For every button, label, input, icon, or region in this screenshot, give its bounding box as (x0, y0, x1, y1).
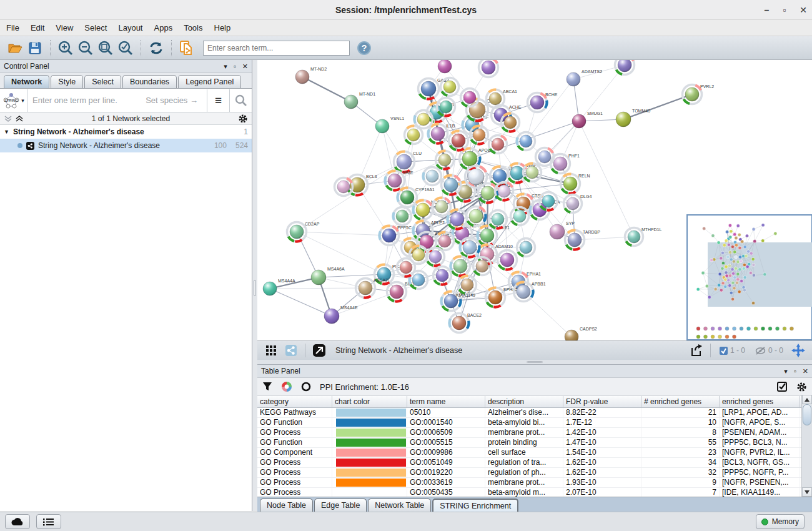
node[interactable] (460, 238, 480, 257)
node[interactable] (473, 257, 492, 275)
node[interactable] (438, 60, 452, 73)
network-canvas[interactable]: MT-ND2MT-ND1VSNL1GAB2IRS1IL1BTNFCHATABCA… (257, 60, 812, 340)
node[interactable] (523, 164, 542, 182)
cloud-button[interactable] (5, 514, 30, 529)
table-row[interactable]: GO ComponentGO:0009986cell surface1.54E-… (257, 448, 812, 458)
string-options-icon[interactable]: ≡ (207, 89, 229, 112)
network-tree-row[interactable]: ▼String Network - Alzheimer's disease1 (0, 125, 252, 139)
table-row[interactable]: GO ProcessGO:0019220regulation of ph...1… (257, 468, 812, 478)
column-header-chart-color[interactable]: chart color (332, 396, 407, 407)
node[interactable] (540, 192, 558, 211)
save-session-button[interactable] (25, 39, 45, 57)
node[interactable] (470, 126, 488, 144)
task-list-button[interactable] (36, 514, 61, 529)
node-reln[interactable]: RELN (561, 174, 590, 194)
open-session-button[interactable] (5, 39, 25, 57)
node[interactable] (489, 136, 507, 154)
table-row[interactable]: KEGG Pathways05010Alzheimer's dise...8.8… (257, 408, 812, 418)
node[interactable] (451, 257, 470, 276)
panel-float-icon[interactable]: ▫ (234, 62, 236, 70)
node[interactable] (615, 60, 635, 75)
tab-string-enrichment[interactable]: STRING Enrichment (432, 499, 518, 512)
search-input[interactable] (203, 41, 350, 56)
node[interactable] (489, 211, 507, 229)
refresh-icon[interactable] (146, 39, 166, 57)
menu-edit[interactable]: Edit (31, 23, 44, 32)
node-tomm40[interactable]: TOMM40 (616, 109, 650, 127)
enrichment-chart-icon[interactable] (281, 381, 292, 392)
node[interactable] (536, 148, 554, 166)
tab-style[interactable]: Style (51, 75, 83, 88)
menu-file[interactable]: File (6, 23, 19, 32)
pan-compass-icon[interactable] (788, 341, 808, 360)
node[interactable] (467, 207, 486, 226)
network-tree-row[interactable]: String Network - Alzheimer's disease1005… (0, 139, 252, 152)
zoom-in-icon[interactable] (56, 39, 76, 57)
column-header-term-name[interactable]: term name (407, 396, 485, 407)
node[interactable] (397, 259, 415, 277)
node-cadps2[interactable]: CADPS2 (565, 327, 597, 340)
node-vsnl1[interactable]: VSNL1 (375, 116, 404, 133)
zoom-out-icon[interactable] (76, 39, 96, 57)
node[interactable] (433, 267, 452, 285)
node[interactable] (495, 182, 513, 201)
node[interactable] (415, 111, 433, 129)
node-phf1[interactable]: PHF1 (551, 154, 580, 174)
node[interactable] (442, 176, 461, 195)
node-tardbp[interactable]: TARDBP (565, 230, 601, 250)
tab-edge-table[interactable]: Edge Table (314, 499, 367, 512)
select-columns-icon[interactable] (777, 382, 788, 392)
string-term-input[interactable]: Enter one term per line. (27, 96, 146, 105)
menu-layout[interactable]: Layout (118, 23, 142, 32)
table-row[interactable]: GO FunctionGO:0001540beta-amyloid bi...1… (257, 418, 812, 428)
table-row[interactable]: GO FunctionGO:0005515protein binding1.47… (257, 438, 812, 448)
close-button[interactable]: ✕ (800, 5, 807, 15)
panel-close-icon[interactable]: ✕ (242, 62, 248, 71)
vertical-splitter[interactable] (252, 60, 257, 511)
collapse-all-icon[interactable] (4, 115, 12, 122)
zoom-fit-icon[interactable] (96, 39, 116, 57)
menu-view[interactable]: View (56, 23, 73, 32)
node-pvrl2[interactable]: PVRL2 (683, 84, 715, 104)
column-header-description[interactable]: description (485, 396, 563, 407)
node[interactable] (498, 251, 517, 270)
gear-icon[interactable] (796, 382, 807, 392)
tab-network[interactable]: Network (4, 75, 49, 88)
filter-icon[interactable] (262, 382, 272, 392)
column-header-fdr-p-value[interactable]: FDR p-value (563, 396, 641, 407)
node[interactable] (441, 78, 459, 96)
node[interactable] (423, 167, 442, 186)
column-header-category[interactable]: category (257, 396, 332, 407)
node[interactable] (433, 198, 451, 216)
node[interactable] (448, 210, 467, 229)
string-search-icon[interactable] (229, 89, 252, 112)
table-row[interactable]: GO ProcessGO:0033619membrane prot...1.93… (257, 478, 812, 488)
node-abca7[interactable]: ABCA7 (356, 278, 389, 298)
node-adamts2[interactable]: ADAMTS2 (567, 69, 602, 86)
string-logo-dropdown[interactable]: STRING ▾ (0, 89, 27, 112)
panel-float-icon[interactable]: ▫ (794, 367, 796, 375)
panel-menu-icon[interactable]: ▾ (224, 62, 227, 71)
node-cd2ap[interactable]: CD2AP (287, 222, 320, 242)
tab-node-table[interactable]: Node Table (260, 499, 313, 512)
node[interactable] (436, 151, 454, 169)
node[interactable] (517, 132, 535, 151)
horizontal-splitter[interactable] (257, 360, 812, 364)
node[interactable] (335, 178, 353, 196)
menu-help[interactable]: Help (214, 23, 231, 32)
minimize-button[interactable]: – (765, 5, 770, 15)
gear-icon[interactable] (238, 114, 248, 124)
node-mthfd1l[interactable]: MTHFD1L (625, 227, 662, 246)
tab-network-table[interactable]: Network Table (368, 499, 431, 512)
node-bace2[interactable]: BACE2 (450, 313, 482, 333)
node[interactable] (458, 276, 477, 294)
menu-tools[interactable]: Tools (184, 23, 202, 32)
menu-apps[interactable]: Apps (154, 23, 173, 32)
table-row[interactable]: GO ProcessGO:0051049regulation of tra...… (257, 458, 812, 468)
menu-select[interactable]: Select (84, 23, 107, 32)
expander-icon[interactable]: ▼ (4, 129, 9, 135)
copy-network-icon[interactable] (177, 39, 197, 57)
node[interactable] (465, 166, 487, 188)
birds-eye-view[interactable] (687, 215, 812, 340)
node[interactable] (394, 207, 412, 226)
